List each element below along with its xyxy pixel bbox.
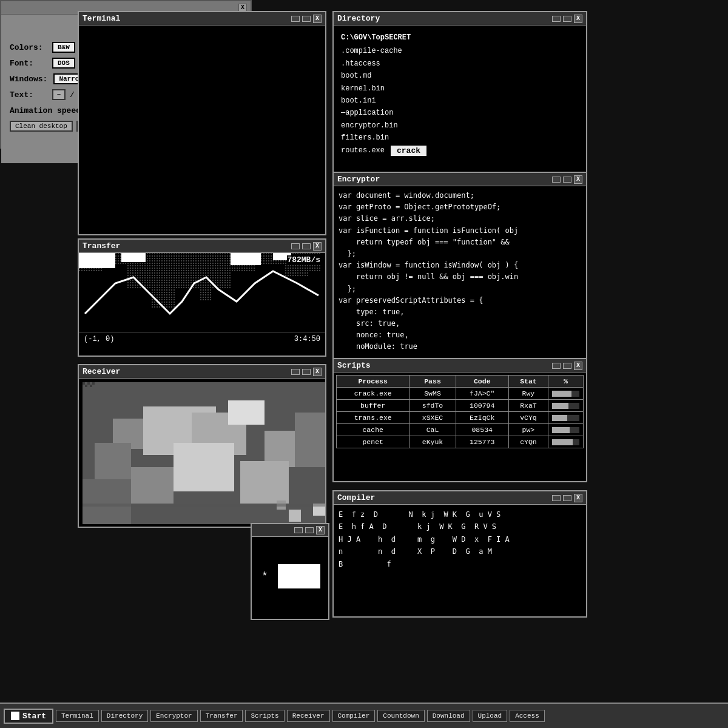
taskbar-download[interactable]: Download	[427, 710, 470, 722]
taskbar-compiler[interactable]: Compiler	[332, 710, 376, 722]
svg-rect-18	[240, 461, 289, 504]
scripts-cell-stat: cYQn	[508, 436, 548, 448]
directory-crack-file: routes.exe	[341, 144, 385, 157]
taskbar-terminal[interactable]: Terminal	[56, 710, 99, 722]
directory-file-3: kernel.bin	[341, 83, 579, 95]
compiler-maximize[interactable]	[563, 495, 571, 501]
transfer-title: Transfer	[83, 241, 120, 251]
encryptor-maximize[interactable]	[563, 177, 571, 183]
taskbar-directory[interactable]: Directory	[101, 710, 148, 722]
terminal-minimize[interactable]	[291, 16, 300, 22]
scripts-cell-pass: eKyuk	[410, 436, 456, 448]
clean-desktop-button[interactable]: Clean desktop	[10, 121, 73, 132]
scripts-body: Process Pass Code Stat % crack.exe SwMS …	[334, 372, 586, 451]
transfer-footer: (-1, 0) 3:4:50	[79, 332, 325, 346]
encryptor-minimize[interactable]	[552, 177, 561, 183]
taskbar-encryptor[interactable]: Encryptor	[150, 710, 197, 722]
directory-minimize[interactable]	[552, 16, 561, 22]
terminal-maximize[interactable]	[302, 16, 311, 22]
start-icon	[11, 712, 19, 720]
receiver-minimize[interactable]	[291, 369, 300, 375]
svg-rect-21	[83, 382, 85, 385]
animation-label: Animation speed:	[10, 106, 86, 115]
taskbar-receiver[interactable]: Receiver	[287, 710, 330, 722]
taskbar-transfer[interactable]: Transfer	[200, 710, 243, 722]
transfer-close[interactable]: X	[313, 242, 322, 251]
directory-file-2: boot.md	[341, 70, 579, 82]
svg-rect-23	[92, 382, 95, 385]
scripts-header-process: Process	[337, 376, 410, 388]
scripts-cell-stat: vCYq	[508, 412, 548, 424]
transfer-controls: X	[291, 242, 322, 251]
compiler-minimize[interactable]	[552, 495, 561, 501]
scripts-cell-code: 100794	[456, 400, 508, 412]
unknown-minimize[interactable]	[294, 527, 303, 533]
scripts-cell-pct	[548, 436, 584, 448]
color-bw[interactable]: B&W	[52, 42, 75, 53]
directory-file-5: —application	[341, 107, 579, 119]
receiver-body	[79, 379, 325, 524]
scripts-cell-pct	[548, 412, 584, 424]
directory-maximize[interactable]	[563, 16, 571, 22]
receiver-window: Receiver X	[78, 364, 326, 528]
text-decrease[interactable]: −	[52, 89, 66, 100]
compiler-text: E f z D N k j W K G u V S E h f A D k j …	[339, 508, 581, 570]
scripts-cell-process: crack.exe	[337, 388, 410, 400]
unknown-close[interactable]: X	[316, 526, 325, 534]
taskbar-access[interactable]: Access	[510, 710, 545, 722]
start-button[interactable]: Start	[4, 709, 53, 724]
compiler-body: E f z D N k j W K G u V S E h f A D k j …	[334, 505, 586, 574]
colors-label: Colors:	[10, 43, 46, 52]
scripts-close[interactable]: X	[574, 362, 582, 370]
unknown-maximize[interactable]	[305, 527, 314, 533]
taskbar-upload[interactable]: Upload	[473, 710, 508, 722]
transfer-maximize[interactable]	[302, 243, 311, 249]
scripts-cell-code: EzIqCk	[456, 412, 508, 424]
scripts-cell-process: cache	[337, 424, 410, 436]
crack-button[interactable]: crack	[389, 144, 428, 157]
windows-label: Windows:	[10, 75, 47, 84]
compiler-close[interactable]: X	[574, 494, 582, 502]
svg-rect-22	[87, 382, 90, 385]
directory-file-0: .compile-cache	[341, 45, 579, 57]
encryptor-code: var document = window.document; var getP…	[339, 190, 581, 353]
scripts-cell-pct	[548, 424, 584, 436]
scripts-cell-pass: SwMS	[410, 388, 456, 400]
font-dos[interactable]: DOS	[52, 58, 75, 69]
taskbar-scripts[interactable]: Scripts	[245, 710, 284, 722]
compiler-controls: X	[552, 494, 582, 502]
scripts-header-pass: Pass	[410, 376, 456, 388]
svg-rect-14	[95, 443, 131, 479]
svg-rect-17	[131, 467, 174, 504]
terminal-titlebar: Terminal X	[79, 12, 325, 25]
transfer-time: 3:4:50	[294, 335, 320, 343]
svg-rect-16	[174, 443, 234, 491]
transfer-body: 782MB/s	[79, 253, 325, 353]
encryptor-close[interactable]: X	[574, 175, 582, 184]
taskbar-countdown[interactable]: Countdown	[377, 710, 424, 722]
scripts-minimize[interactable]	[552, 363, 561, 369]
compiler-title: Compiler	[337, 493, 375, 502]
scripts-row-3: cache CaL 08534 pw>	[337, 424, 584, 436]
receiver-title: Receiver	[83, 367, 120, 376]
scripts-cell-pass: CaL	[410, 424, 456, 436]
scripts-maximize[interactable]	[563, 363, 571, 369]
svg-rect-24	[85, 385, 87, 387]
terminal-title: Terminal	[83, 14, 120, 23]
directory-close[interactable]: X	[574, 15, 582, 23]
scripts-cell-stat: RxaT	[508, 400, 548, 412]
compiler-window: Compiler X E f z D N k j W K G u V S E h…	[332, 490, 587, 618]
waveform-svg	[79, 253, 322, 329]
unknown-controls: X	[294, 526, 325, 534]
terminal-window: Terminal X	[78, 11, 326, 235]
scripts-row-4: penet eKyuk 125773 cYQn	[337, 436, 584, 448]
transfer-minimize[interactable]	[291, 243, 300, 249]
directory-file-7: filters.bin	[341, 132, 579, 144]
receiver-close[interactable]: X	[313, 368, 322, 376]
scripts-header-stat: Stat	[508, 376, 548, 388]
unknown-window: X *	[251, 523, 329, 620]
terminal-close[interactable]: X	[313, 15, 322, 23]
receiver-maximize[interactable]	[302, 369, 311, 375]
receiver-titlebar: Receiver X	[79, 365, 325, 379]
directory-title: Directory	[337, 14, 380, 23]
